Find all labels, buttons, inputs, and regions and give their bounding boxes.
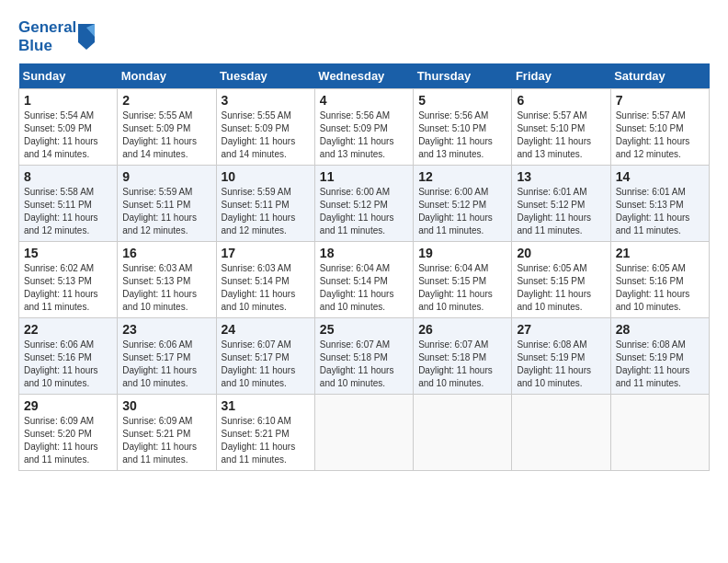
calendar-cell: 18 Sunrise: 6:04 AM Sunset: 5:14 PM Dayl… (314, 242, 413, 318)
day-number: 2 (122, 93, 210, 108)
sunset-label: Sunset: 5:13 PM (24, 276, 92, 286)
day-info: Sunrise: 5:56 AM Sunset: 5:09 PM Dayligh… (320, 109, 408, 161)
calendar-cell: 12 Sunrise: 6:00 AM Sunset: 5:12 PM Dayl… (414, 166, 512, 242)
day-info: Sunrise: 6:01 AM Sunset: 5:13 PM Dayligh… (616, 186, 704, 237)
calendar-cell (314, 395, 413, 471)
daylight-label: Daylight: 11 hours and 11 minutes. (616, 213, 690, 236)
day-number: 6 (517, 93, 605, 108)
daylight-label: Daylight: 11 hours and 11 minutes. (24, 442, 98, 465)
daylight-label: Daylight: 11 hours and 11 minutes. (418, 213, 493, 236)
daylight-label: Daylight: 11 hours and 12 minutes. (24, 213, 98, 236)
sunrise-label: Sunrise: 6:06 AM (24, 339, 94, 350)
calendar-week-row: 1 Sunrise: 5:54 AM Sunset: 5:09 PM Dayli… (19, 89, 710, 166)
calendar-cell: 20 Sunrise: 6:05 AM Sunset: 5:15 PM Dayl… (512, 242, 610, 318)
day-number: 16 (122, 246, 210, 260)
day-number: 22 (24, 322, 112, 337)
daylight-label: Daylight: 11 hours and 12 minutes. (122, 213, 197, 236)
day-info: Sunrise: 6:01 AM Sunset: 5:12 PM Dayligh… (517, 186, 605, 237)
weekday-header: Sunday (19, 63, 118, 89)
day-number: 5 (418, 93, 506, 108)
sunrise-label: Sunrise: 6:01 AM (616, 187, 686, 197)
sunset-label: Sunset: 5:19 PM (517, 352, 585, 362)
day-number: 25 (320, 322, 408, 337)
calendar-cell: 31 Sunrise: 6:10 AM Sunset: 5:21 PM Dayl… (216, 395, 314, 471)
day-number: 3 (222, 93, 310, 108)
sunrise-label: Sunrise: 6:07 AM (418, 339, 488, 350)
sunrise-label: Sunrise: 5:59 AM (222, 187, 291, 197)
day-info: Sunrise: 6:10 AM Sunset: 5:21 PM Dayligh… (222, 415, 310, 466)
daylight-label: Daylight: 11 hours and 10 minutes. (24, 365, 98, 388)
sunset-label: Sunset: 5:17 PM (222, 352, 290, 362)
day-number: 28 (616, 322, 704, 337)
sunrise-label: Sunrise: 6:02 AM (24, 263, 94, 273)
day-number: 27 (517, 322, 605, 337)
day-info: Sunrise: 5:57 AM Sunset: 5:10 PM Dayligh… (616, 109, 704, 161)
daylight-label: Daylight: 11 hours and 11 minutes. (616, 365, 690, 388)
sunrise-label: Sunrise: 6:05 AM (517, 263, 586, 273)
sunset-label: Sunset: 5:16 PM (24, 352, 92, 362)
calendar-week-row: 22 Sunrise: 6:06 AM Sunset: 5:16 PM Dayl… (19, 318, 710, 395)
daylight-label: Daylight: 11 hours and 11 minutes. (24, 289, 98, 312)
sunset-label: Sunset: 5:11 PM (24, 200, 92, 210)
calendar-cell: 2 Sunrise: 5:55 AM Sunset: 5:09 PM Dayli… (118, 89, 216, 166)
sunrise-label: Sunrise: 6:04 AM (418, 263, 488, 273)
daylight-label: Daylight: 11 hours and 10 minutes. (122, 289, 197, 312)
sunset-label: Sunset: 5:19 PM (616, 352, 684, 362)
calendar-cell: 16 Sunrise: 6:03 AM Sunset: 5:13 PM Dayl… (118, 242, 216, 318)
daylight-label: Daylight: 11 hours and 10 minutes. (418, 289, 493, 312)
sunset-label: Sunset: 5:15 PM (517, 276, 585, 286)
sunrise-label: Sunrise: 6:03 AM (222, 263, 291, 273)
calendar-cell: 17 Sunrise: 6:03 AM Sunset: 5:14 PM Dayl… (216, 242, 314, 318)
day-number: 11 (320, 169, 408, 184)
day-number: 31 (222, 398, 310, 413)
daylight-label: Daylight: 11 hours and 13 minutes. (320, 136, 394, 159)
sunset-label: Sunset: 5:12 PM (418, 200, 486, 210)
daylight-label: Daylight: 11 hours and 10 minutes. (222, 365, 296, 388)
daylight-label: Daylight: 11 hours and 14 minutes. (222, 136, 296, 159)
weekday-header: Friday (512, 63, 610, 89)
day-info: Sunrise: 5:58 AM Sunset: 5:11 PM Dayligh… (24, 186, 112, 237)
calendar-week-row: 8 Sunrise: 5:58 AM Sunset: 5:11 PM Dayli… (19, 166, 710, 242)
sunset-label: Sunset: 5:14 PM (222, 276, 290, 286)
sunrise-label: Sunrise: 5:55 AM (222, 110, 291, 121)
day-info: Sunrise: 6:06 AM Sunset: 5:17 PM Dayligh… (122, 339, 210, 390)
weekday-header: Saturday (610, 63, 709, 89)
day-number: 30 (122, 398, 210, 413)
sunset-label: Sunset: 5:11 PM (222, 200, 290, 210)
sunrise-label: Sunrise: 6:05 AM (616, 263, 686, 273)
day-info: Sunrise: 6:07 AM Sunset: 5:17 PM Dayligh… (222, 339, 310, 390)
daylight-label: Daylight: 11 hours and 10 minutes. (517, 365, 591, 388)
sunset-label: Sunset: 5:17 PM (122, 352, 190, 362)
sunset-label: Sunset: 5:14 PM (320, 276, 388, 286)
logo-text: General Blue (18, 18, 95, 54)
daylight-label: Daylight: 11 hours and 10 minutes. (320, 289, 394, 312)
sunrise-label: Sunrise: 6:00 AM (418, 187, 488, 197)
calendar-header-row: SundayMondayTuesdayWednesdayThursdayFrid… (19, 63, 710, 89)
sunrise-label: Sunrise: 5:56 AM (320, 110, 390, 121)
day-number: 14 (616, 169, 704, 184)
sunrise-label: Sunrise: 5:57 AM (616, 110, 686, 121)
daylight-label: Daylight: 11 hours and 10 minutes. (616, 289, 690, 312)
calendar-cell: 10 Sunrise: 5:59 AM Sunset: 5:11 PM Dayl… (216, 166, 314, 242)
daylight-label: Daylight: 11 hours and 10 minutes. (122, 365, 197, 388)
calendar-cell: 13 Sunrise: 6:01 AM Sunset: 5:12 PM Dayl… (512, 166, 610, 242)
sunset-label: Sunset: 5:13 PM (616, 200, 684, 210)
calendar-cell: 24 Sunrise: 6:07 AM Sunset: 5:17 PM Dayl… (216, 318, 314, 395)
sunrise-label: Sunrise: 5:59 AM (122, 187, 192, 197)
day-info: Sunrise: 5:55 AM Sunset: 5:09 PM Dayligh… (122, 109, 210, 161)
sunset-label: Sunset: 5:09 PM (320, 123, 388, 133)
day-number: 13 (517, 169, 605, 184)
daylight-label: Daylight: 11 hours and 11 minutes. (222, 442, 296, 465)
sunset-label: Sunset: 5:09 PM (122, 123, 190, 133)
day-info: Sunrise: 5:54 AM Sunset: 5:09 PM Dayligh… (24, 109, 112, 161)
day-info: Sunrise: 6:03 AM Sunset: 5:14 PM Dayligh… (222, 262, 310, 314)
calendar-cell: 21 Sunrise: 6:05 AM Sunset: 5:16 PM Dayl… (610, 242, 709, 318)
weekday-header: Monday (118, 63, 216, 89)
logo-arrow-icon (78, 24, 95, 50)
day-number: 24 (222, 322, 310, 337)
calendar-cell: 29 Sunrise: 6:09 AM Sunset: 5:20 PM Dayl… (19, 395, 118, 471)
day-info: Sunrise: 6:09 AM Sunset: 5:21 PM Dayligh… (122, 415, 210, 466)
sunrise-label: Sunrise: 6:06 AM (122, 339, 192, 350)
sunset-label: Sunset: 5:18 PM (418, 352, 486, 362)
sunset-label: Sunset: 5:12 PM (320, 200, 388, 210)
